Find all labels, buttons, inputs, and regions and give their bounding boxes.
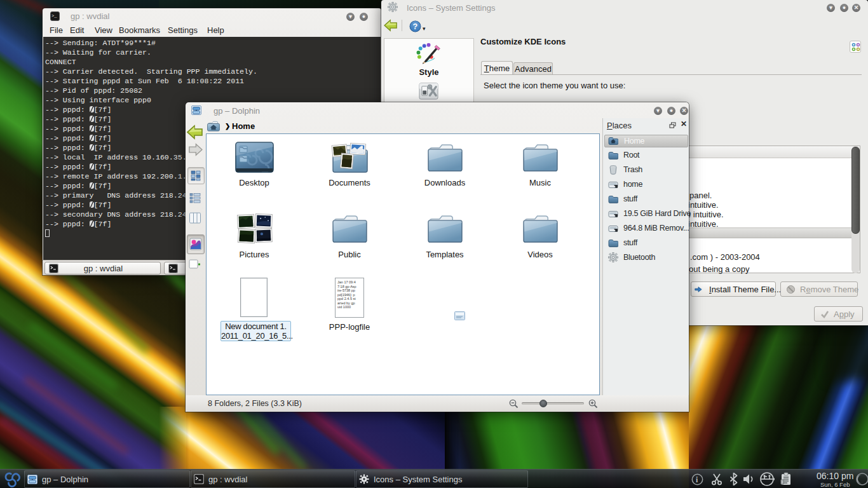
svg-text:>_: >_: [51, 13, 57, 18]
svg-text:i: i: [696, 475, 698, 484]
